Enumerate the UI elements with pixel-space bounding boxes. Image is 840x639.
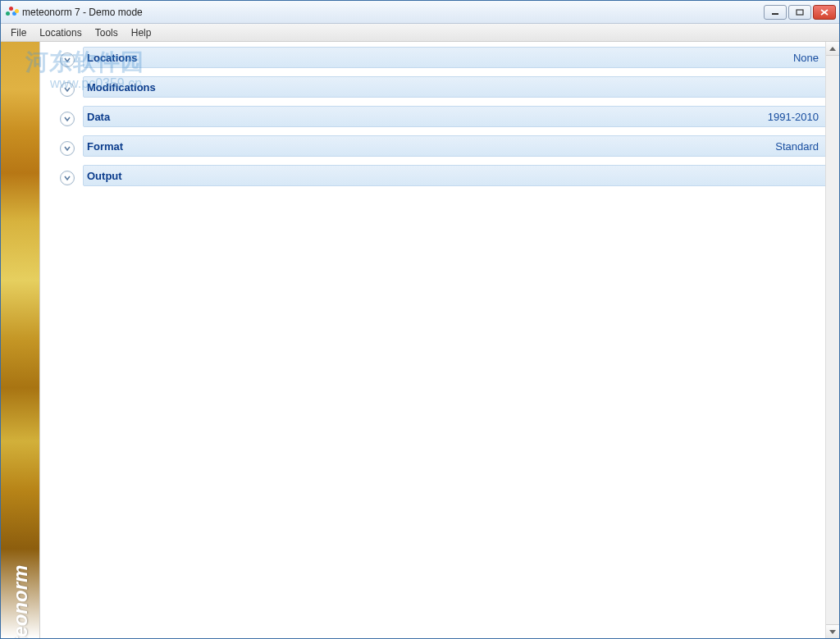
sidebar: meteonorm xyxy=(1,42,40,638)
panel-list: Locations None Modifications xyxy=(40,42,839,199)
panel-row-output[interactable]: Output xyxy=(40,165,831,190)
panel-label: Modifications xyxy=(84,81,156,94)
chevron-down-icon[interactable] xyxy=(60,112,75,126)
panel-label: Output xyxy=(84,170,122,182)
panel-row-format[interactable]: Format Standard xyxy=(40,135,831,161)
panel-value: Standard xyxy=(775,140,830,153)
minimize-button[interactable] xyxy=(764,5,787,20)
panel-label: Data xyxy=(84,111,110,123)
window-controls xyxy=(764,5,836,20)
chevron-down-icon[interactable] xyxy=(60,141,75,156)
menu-locations[interactable]: Locations xyxy=(33,25,88,40)
close-icon xyxy=(820,9,829,16)
svg-rect-1 xyxy=(797,10,803,15)
app-icon xyxy=(6,6,19,19)
main-panel: Locations None Modifications xyxy=(40,42,839,638)
chevron-down-icon[interactable] xyxy=(60,52,75,67)
menubar: File Locations Tools Help xyxy=(1,24,839,42)
panel-row-data[interactable]: Data 1991-2010 xyxy=(40,106,831,131)
app-window: meteonorm 7 - Demo mode File Locations T… xyxy=(0,0,840,639)
panel-value: 1991-2010 xyxy=(768,111,830,123)
close-button[interactable] xyxy=(813,5,836,20)
minimize-icon xyxy=(771,9,779,16)
vertical-scrollbar[interactable] xyxy=(825,42,839,638)
chevron-down-icon xyxy=(829,630,836,634)
panel-label: Format xyxy=(84,140,123,153)
menu-file[interactable]: File xyxy=(4,25,33,40)
menu-help[interactable]: Help xyxy=(125,25,158,40)
panel-row-modifications[interactable]: Modifications xyxy=(40,76,831,102)
content-area: 河东软件园 www.pc0359.cn meteonorm Locations … xyxy=(1,42,839,638)
chevron-down-icon[interactable] xyxy=(60,171,75,185)
panel-label: Locations xyxy=(84,52,137,64)
window-title: meteonorm 7 - Demo mode xyxy=(22,7,764,18)
maximize-button[interactable] xyxy=(788,5,811,20)
panel-row-locations[interactable]: Locations None xyxy=(40,47,831,72)
menu-tools[interactable]: Tools xyxy=(89,25,125,40)
chevron-down-icon[interactable] xyxy=(60,82,75,97)
scroll-down-button[interactable] xyxy=(826,624,839,638)
maximize-icon xyxy=(796,9,804,16)
chevron-up-icon xyxy=(829,47,836,51)
scroll-up-button[interactable] xyxy=(826,42,839,56)
sidebar-brand: meteonorm xyxy=(9,565,32,638)
titlebar[interactable]: meteonorm 7 - Demo mode xyxy=(1,1,839,24)
